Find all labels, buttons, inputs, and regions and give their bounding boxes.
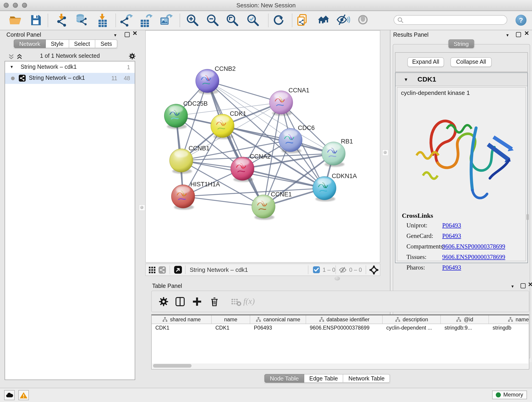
- control-panel-float-icon[interactable]: [125, 32, 130, 37]
- column-header-canonical-name[interactable]: canonical name: [250, 315, 306, 324]
- node-CDKN1A[interactable]: [313, 177, 336, 201]
- node-CCNB1[interactable]: [170, 149, 193, 174]
- tab-select[interactable]: Select: [69, 39, 95, 48]
- collection-expand-caret-icon[interactable]: ▾: [11, 64, 13, 69]
- tab-style[interactable]: Style: [46, 39, 69, 48]
- table-cell[interactable]: 9606.ENSP00000378699: [306, 325, 383, 332]
- node-CCNA2[interactable]: [231, 157, 254, 182]
- show-columns-icon[interactable]: [175, 296, 186, 307]
- network-overview-share-icon[interactable]: [158, 266, 166, 274]
- tab-edge-table[interactable]: Edge Table: [304, 374, 343, 383]
- zoom-selected-button[interactable]: [246, 13, 260, 27]
- collapse-all-button[interactable]: Collapse All: [450, 57, 492, 67]
- crosslink-link[interactable]: P06493: [442, 222, 461, 229]
- create-column-plus-icon[interactable]: [191, 296, 203, 307]
- results-scrollbar-thumb[interactable]: [526, 214, 529, 220]
- crosslink-link[interactable]: P06493: [442, 264, 461, 271]
- save-session-button[interactable]: [29, 13, 43, 27]
- edge-CCNA2-CDKN1A[interactable]: [242, 169, 324, 188]
- home-networks-button[interactable]: [317, 13, 330, 27]
- table-cell[interactable]: CDK1: [152, 325, 212, 332]
- node-CCNA1[interactable]: [269, 91, 293, 116]
- node-CDC25B[interactable]: [164, 104, 188, 129]
- edge-CCNE1-HIST1H1A[interactable]: [183, 196, 264, 206]
- table-cell[interactable]: stringdb:9...: [441, 325, 489, 332]
- expand-all-button[interactable]: Expand All: [407, 57, 444, 67]
- left-splitter-handle[interactable]: [139, 204, 145, 211]
- delete-column-trash-icon[interactable]: [209, 296, 220, 307]
- selected-checkbox-icon[interactable]: [313, 266, 320, 273]
- hide-selected-button[interactable]: [336, 13, 350, 27]
- import-network-from-file-button[interactable]: [55, 13, 69, 27]
- export-network-button[interactable]: [119, 13, 133, 27]
- control-panel-menu-caret-icon[interactable]: ▾: [114, 32, 116, 38]
- results-panel-menu-caret-icon[interactable]: ▾: [506, 32, 509, 38]
- table-options-gear-icon[interactable]: [158, 296, 169, 307]
- gene-panel-header[interactable]: ▼ CDK1: [395, 73, 527, 86]
- warnings-button[interactable]: [18, 390, 29, 400]
- help-button[interactable]: ?: [515, 15, 526, 26]
- zoom-in-button[interactable]: [186, 13, 199, 27]
- scrollbar-thumb[interactable]: [153, 364, 191, 368]
- network-list: ▾ String Network – cdk1 1 String Network…: [5, 61, 135, 380]
- gene-collapse-caret-icon[interactable]: ▼: [404, 77, 408, 82]
- results-panel-close-icon[interactable]: ✕: [524, 31, 529, 36]
- cloud-status-button[interactable]: [4, 390, 15, 400]
- column-header-namespace[interactable]: namespace: [489, 315, 529, 324]
- tab-node-table[interactable]: Node Table: [264, 374, 304, 383]
- show-graphics-details-button[interactable]: [356, 13, 370, 27]
- results-panel-float-icon[interactable]: [516, 32, 521, 37]
- column-header-shared-name[interactable]: shared name: [152, 315, 212, 324]
- node-RB1[interactable]: [322, 142, 345, 167]
- tab-sets[interactable]: Sets: [95, 39, 118, 48]
- network-row-selected[interactable]: String Network – cdk1 11 48: [5, 73, 135, 84]
- table-panel-float-icon[interactable]: [520, 283, 526, 288]
- network-list-options-gear-icon[interactable]: [128, 52, 136, 62]
- node-CDK1[interactable]: [211, 114, 234, 139]
- network-canvas[interactable]: CCNB2 CCNA1 CDC25B CDK1 CDC6 RB1 CCNB1 C…: [145, 30, 380, 263]
- crosslink-link[interactable]: P06493: [442, 232, 461, 240]
- clone-network-button[interactable]: [296, 13, 310, 27]
- column-header--id[interactable]: @id: [441, 315, 489, 324]
- warning-triangle-icon: [19, 391, 28, 399]
- network-collection-row[interactable]: ▾ String Network – cdk1 1: [5, 62, 135, 73]
- open-session-button[interactable]: [9, 13, 22, 27]
- zoom-out-button[interactable]: [206, 13, 220, 27]
- crosslink-link[interactable]: 9606.ENSP00000378699: [442, 243, 505, 250]
- import-network-from-database-button[interactable]: [75, 13, 89, 27]
- table-cell[interactable]: cyclin-dependent ...: [383, 325, 441, 332]
- column-header-description[interactable]: description: [383, 315, 441, 324]
- search-input[interactable]: [406, 16, 504, 25]
- birdseye-grid-icon[interactable]: [148, 266, 156, 275]
- table-toolbar: f(x): [151, 291, 529, 312]
- table-cell[interactable]: CDK1: [212, 325, 250, 332]
- control-panel-close-icon[interactable]: ✕: [133, 31, 138, 36]
- crosslink-link[interactable]: 9606.ENSP00000378699: [442, 254, 505, 261]
- table-horizontal-scrollbar[interactable]: [152, 364, 528, 369]
- table-cell[interactable]: stringdb: [489, 325, 529, 332]
- hidden-eye-slash-icon[interactable]: [339, 266, 347, 275]
- table-panel-menu-caret-icon[interactable]: ▾: [511, 284, 514, 289]
- node-CCNE1[interactable]: [252, 195, 275, 220]
- network-column-icon: [162, 317, 168, 322]
- column-header-name[interactable]: name: [212, 315, 250, 324]
- horizontal-splitter-handle[interactable]: [335, 276, 340, 281]
- apply-preferred-layout-button[interactable]: [271, 13, 285, 27]
- detach-view-arrow-icon[interactable]: [174, 266, 182, 274]
- import-table-from-file-button[interactable]: [96, 13, 109, 27]
- table-panel-close-icon[interactable]: ✕: [528, 282, 532, 287]
- results-tab-string[interactable]: String: [448, 39, 474, 48]
- table-cell[interactable]: P06493: [250, 325, 306, 332]
- crosshair-navigate-icon[interactable]: [369, 265, 379, 276]
- tab-network[interactable]: Network: [14, 39, 46, 48]
- right-splitter-handle[interactable]: [382, 149, 389, 156]
- tab-network-table[interactable]: Network Table: [343, 374, 390, 383]
- export-table-button[interactable]: [139, 13, 152, 27]
- export-image-button[interactable]: [159, 13, 173, 27]
- memory-button[interactable]: Memory: [492, 390, 527, 399]
- node-HIST1H1A[interactable]: [171, 185, 195, 210]
- titlebar: Session: New Session: [0, 0, 532, 11]
- column-header-database-identifier[interactable]: database identifier: [306, 315, 383, 324]
- zoom-fit-content-button[interactable]: [225, 13, 239, 27]
- search-box[interactable]: [394, 15, 507, 25]
